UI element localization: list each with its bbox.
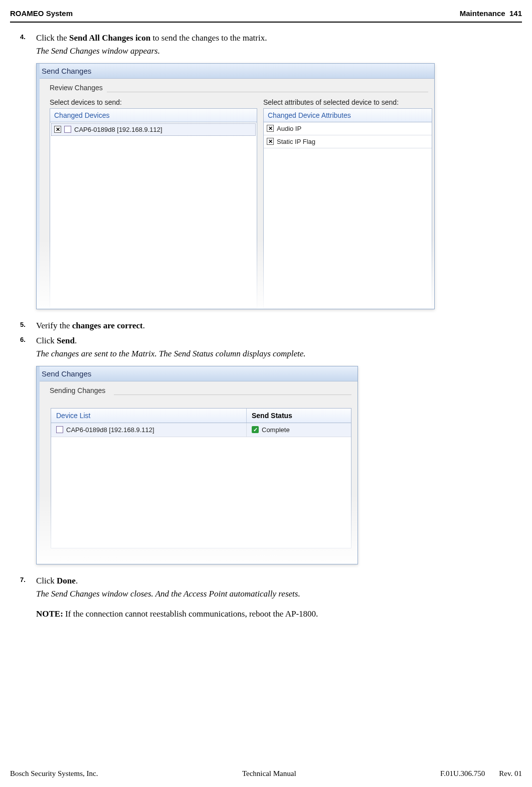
step-7-post: .	[76, 576, 78, 585]
attribute-name: Audio IP	[277, 125, 301, 132]
step-5-bold: changes are correct	[72, 321, 143, 330]
step-7-bold: Done	[57, 576, 76, 585]
device-color-swatch	[56, 426, 63, 433]
step-5-post: .	[143, 321, 145, 330]
step-7-num: 7.	[20, 574, 36, 621]
screenshot-review-changes: Send Changes Review Changes Select devic…	[36, 63, 522, 309]
devices-column: Select devices to send: Changed Devices …	[37, 98, 257, 308]
page-footer: Bosch Security Systems, Inc. Technical M…	[10, 769, 522, 778]
review-changes-group-label: Review Changes	[37, 84, 434, 92]
check-icon	[252, 426, 259, 433]
step-5-pre: Verify the	[36, 321, 72, 330]
step-6-result: The changes are sent to the Matrix. The …	[36, 349, 306, 358]
header-section: Maintenance	[460, 9, 505, 18]
send-status-header: Send Status	[247, 409, 351, 423]
window-left-edge	[37, 366, 40, 564]
step-6-bold: Send	[57, 336, 75, 345]
header-rule	[10, 22, 522, 23]
sending-status-cell: Complete	[247, 423, 351, 437]
device-color-swatch	[64, 126, 71, 133]
device-list-header: Device List	[51, 409, 247, 423]
page-content: 4. Click the Send All Changes icon to se…	[0, 32, 532, 621]
changed-devices-list: CAP6-0189d8 [192.168.9.112]	[50, 122, 257, 308]
step-6-pre: Click	[36, 336, 57, 345]
step-6-num: 6.	[20, 334, 36, 361]
review-columns: Select devices to send: Changed Devices …	[37, 98, 434, 308]
sending-table-head: Device List Send Status	[51, 409, 351, 423]
step-4-pre: Click the	[36, 33, 69, 43]
step-4: 4. Click the Send All Changes icon to se…	[10, 32, 522, 58]
window-titlebar: Send Changes	[37, 64, 434, 79]
fieldset-rule	[114, 395, 351, 395]
step-4-post: to send the changes to the matrix.	[150, 33, 267, 43]
step-5-num: 5.	[20, 319, 36, 332]
step-4-body: Click the Send All Changes icon to send …	[36, 32, 522, 58]
header-right: Maintenance 141	[460, 9, 522, 18]
attributes-column: Select attributes of selected device to …	[257, 98, 434, 308]
sending-table: Device List Send Status CAP6-0189d8 [192…	[51, 408, 351, 548]
sending-device-cell: CAP6-0189d8 [192.168.9.112]	[51, 423, 247, 437]
step-6-body: Click Send. The changes are sent to the …	[36, 334, 522, 361]
footer-company: Bosch Security Systems, Inc.	[10, 769, 98, 778]
changed-attributes-list: Audio IP Static IP Flag	[263, 122, 432, 308]
checkbox-icon[interactable]	[54, 126, 61, 133]
sending-row[interactable]: CAP6-0189d8 [192.168.9.112] Complete	[51, 423, 351, 437]
step-5-body: Verify the changes are correct.	[36, 319, 522, 332]
step-6-post: .	[75, 336, 77, 345]
page-header: ROAMEO System Maintenance 141	[0, 0, 532, 22]
sending-table-body: CAP6-0189d8 [192.168.9.112] Complete	[51, 423, 351, 548]
window-left-edge	[37, 64, 40, 309]
changed-attributes-header: Changed Device Attributes	[263, 108, 432, 122]
step-7: 7. Click Done. The Send Changes window c…	[10, 574, 522, 621]
changed-devices-header: Changed Devices	[50, 108, 257, 122]
device-name: CAP6-0189d8 [192.168.9.112]	[74, 126, 162, 133]
footer-right: F.01U.306.750 Rev. 01	[440, 769, 522, 778]
device-row[interactable]: CAP6-0189d8 [192.168.9.112]	[51, 123, 256, 136]
window-body: Review Changes Select devices to send: C…	[37, 79, 434, 308]
window-send-changes-sending: Send Changes Sending Changes Device List…	[36, 366, 358, 564]
header-page: 141	[509, 9, 522, 18]
attribute-row[interactable]: Audio IP	[264, 122, 432, 135]
attributes-column-label: Select attributes of selected device to …	[263, 98, 432, 106]
step-7-pre: Click	[36, 576, 57, 585]
sending-changes-group-label: Sending Changes	[37, 386, 358, 395]
header-left: ROAMEO System	[10, 9, 73, 18]
footer-doc-number: F.01U.306.750	[440, 769, 485, 778]
step-4-num: 4.	[20, 32, 36, 58]
attribute-row[interactable]: Static IP Flag	[264, 135, 432, 148]
checkbox-icon[interactable]	[267, 138, 274, 145]
footer-center: Technical Manual	[242, 769, 296, 778]
window-send-changes-review: Send Changes Review Changes Select devic…	[36, 63, 435, 309]
step-4-result: The Send Changes window appears.	[36, 46, 160, 56]
note-text: If the connection cannot reestablish com…	[63, 609, 318, 619]
screenshot-sending-changes: Send Changes Sending Changes Device List…	[36, 366, 522, 564]
step-5: 5. Verify the changes are correct.	[10, 319, 522, 332]
step-4-bold: Send All Changes icon	[69, 33, 150, 43]
note-label: NOTE:	[36, 609, 63, 619]
step-6: 6. Click Send. The changes are sent to t…	[10, 334, 522, 361]
checkbox-icon[interactable]	[267, 125, 274, 132]
window-titlebar: Send Changes	[37, 366, 358, 381]
attribute-name: Static IP Flag	[277, 138, 315, 145]
step-7-result: The Send Changes window closes. And the …	[36, 589, 300, 599]
sending-status-text: Complete	[262, 426, 290, 434]
devices-column-label: Select devices to send:	[50, 98, 257, 106]
fieldset-rule	[107, 92, 428, 92]
step-7-body: Click Done. The Send Changes window clos…	[36, 574, 522, 621]
sending-device-name: CAP6-0189d8 [192.168.9.112]	[66, 426, 154, 434]
footer-rev: Rev. 01	[499, 769, 522, 778]
window-body: Sending Changes Device List Send Status …	[37, 381, 358, 563]
